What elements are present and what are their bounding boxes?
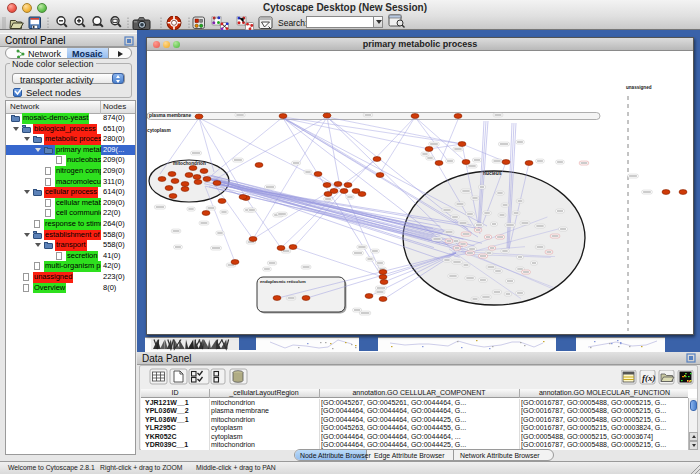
svg-text:endoplasmic reticulum: endoplasmic reticulum	[260, 279, 306, 284]
svg-text:cytoplasm: cytoplasm	[147, 128, 171, 133]
svg-text:unassigned: unassigned	[626, 85, 652, 90]
svg-text:f(x): f(x)	[642, 373, 656, 383]
svg-text:plasma membrane: plasma membrane	[149, 113, 191, 118]
svg-text:nucleus: nucleus	[483, 171, 502, 176]
svg-text:mitochondrion: mitochondrion	[173, 161, 206, 166]
